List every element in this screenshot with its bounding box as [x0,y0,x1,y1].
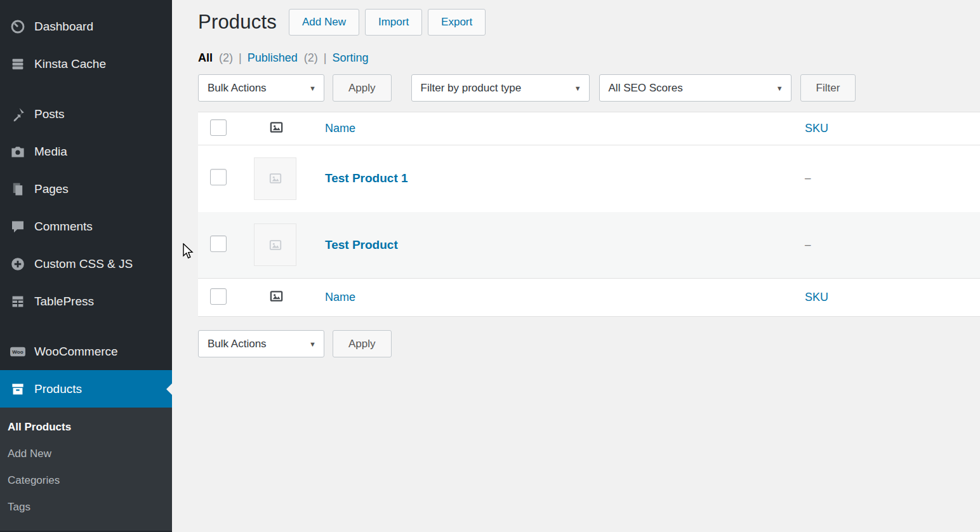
select-all-checkbox[interactable] [210,119,227,136]
page-title: Products [198,11,277,34]
product-sku: – [805,239,811,251]
table-footer-row: Name SKU [198,279,980,317]
sidebar-item-label: Products [34,382,82,396]
sidebar-item-kinsta-cache[interactable]: Kinsta Cache [0,45,172,83]
sidebar-item-media[interactable]: Media [0,133,172,170]
view-filters: All (2) | Published (2) | Sorting [198,51,980,65]
name-column-header[interactable]: Name [325,122,355,135]
sidebar-item-posts[interactable]: Posts [0,95,172,133]
product-sku: – [805,172,811,184]
product-name-link[interactable]: Test Product [325,238,398,251]
svg-text:Woo: Woo [12,349,23,355]
export-button[interactable]: Export [428,9,486,36]
image-column-icon [269,289,284,303]
sidebar-item-products[interactable]: Products [0,370,172,408]
view-published-link[interactable]: Published (2) [248,51,318,65]
sidebar-item-label: Posts [34,107,65,121]
sidebar-item-comments[interactable]: Comments [0,208,172,245]
sidebar-separator [0,320,172,333]
main-content: Products Add New Import Export All (2) |… [172,0,980,532]
product-name-link[interactable]: Test Product 1 [325,171,408,185]
table-header-row: Name SKU [198,112,980,145]
sidebar-item-woocommerce[interactable]: Woo WooCommerce [0,333,172,370]
submenu-item-tags[interactable]: Tags [0,494,172,521]
admin-sidebar: Dashboard Kinsta Cache Posts Media [0,0,172,532]
product-type-filter-select[interactable]: Filter by product type ▼ [411,74,590,102]
camera-icon [9,143,26,160]
sidebar-item-tablepress[interactable]: TablePress [0,283,172,320]
view-separator: | [324,51,327,65]
product-row: Test Product – [198,212,980,279]
dashboard-icon [9,18,26,35]
import-button[interactable]: Import [365,9,422,36]
product-type-filter-value: Filter by product type [421,82,522,95]
pages-icon [9,180,26,197]
bulk-actions-select[interactable]: Bulk Actions ▼ [198,74,324,102]
bulk-actions-value: Bulk Actions [208,82,267,95]
product-thumbnail-placeholder [254,223,296,266]
submenu-item-add-new[interactable]: Add New [0,441,172,467]
sidebar-item-label: Kinsta Cache [34,57,106,71]
product-box-icon [9,380,26,397]
top-toolbar: Bulk Actions ▼ Apply Filter by product t… [198,74,980,102]
products-submenu: All Products Add New Categories Tags [0,408,172,531]
sku-column-header[interactable]: SKU [805,122,828,135]
seo-scores-filter-select[interactable]: All SEO Scores ▼ [599,74,791,102]
sidebar-item-label: TablePress [34,295,94,309]
row-checkbox[interactable] [210,169,227,185]
filter-button[interactable]: Filter [800,74,856,102]
plus-circle-icon [9,255,26,272]
comment-bubble-icon [9,218,26,235]
sidebar-item-dashboard[interactable]: Dashboard [0,8,172,45]
bulk-actions-value: Bulk Actions [208,338,267,350]
bulk-actions-select-bottom[interactable]: Bulk Actions ▼ [198,330,324,357]
add-new-button[interactable]: Add New [289,9,359,36]
view-separator: | [239,51,242,65]
view-published-count: (2) [304,51,318,64]
select-all-checkbox[interactable] [210,288,227,305]
sidebar-item-pages[interactable]: Pages [0,170,172,208]
sidebar-item-label: Dashboard [34,20,93,34]
submenu-item-categories[interactable]: Categories [0,467,172,494]
view-sorting-link[interactable]: Sorting [332,51,368,65]
products-table: Name SKU Test Product 1 – [198,112,980,317]
sidebar-separator [0,83,172,95]
page-header: Products Add New Import Export [198,9,980,36]
sidebar-item-label: Media [34,145,67,159]
row-checkbox[interactable] [210,236,227,252]
submenu-label: Add New [8,448,51,460]
sidebar-item-label: Pages [34,182,69,196]
chevron-down-icon: ▼ [309,340,316,348]
sidebar-item-label: Custom CSS & JS [34,257,133,271]
view-all-label: All [198,51,213,64]
sidebar-item-custom-css-js[interactable]: Custom CSS & JS [0,245,172,283]
chevron-down-icon: ▼ [776,84,783,92]
bottom-toolbar: Bulk Actions ▼ Apply [198,330,980,357]
woocommerce-badge-icon: Woo [9,343,26,360]
pushpin-icon [9,105,26,123]
sidebar-item-label: Comments [34,220,93,234]
apply-button-bottom[interactable]: Apply [333,330,392,357]
view-all-count: (2) [219,51,233,64]
sku-column-header[interactable]: SKU [805,291,828,303]
submenu-label: All Products [8,421,71,433]
name-column-header[interactable]: Name [325,291,355,303]
product-thumbnail-placeholder [254,157,296,200]
view-sorting-label: Sorting [332,51,368,64]
chevron-down-icon: ▼ [574,84,581,92]
submenu-item-all-products[interactable]: All Products [0,414,172,441]
server-icon [9,55,26,72]
submenu-label: Tags [8,501,30,513]
sidebar-item-label: WooCommerce [34,345,118,359]
product-row: Test Product 1 – [198,145,980,212]
view-all-link[interactable]: All (2) [198,51,233,65]
chevron-down-icon: ▼ [309,84,316,92]
view-published-label: Published [248,51,298,64]
table-icon [9,293,26,310]
apply-button[interactable]: Apply [333,74,392,102]
wordpress-admin: Dashboard Kinsta Cache Posts Media [0,0,980,532]
image-column-icon [269,120,284,135]
submenu-label: Categories [8,474,60,486]
seo-scores-filter-value: All SEO Scores [609,82,683,95]
